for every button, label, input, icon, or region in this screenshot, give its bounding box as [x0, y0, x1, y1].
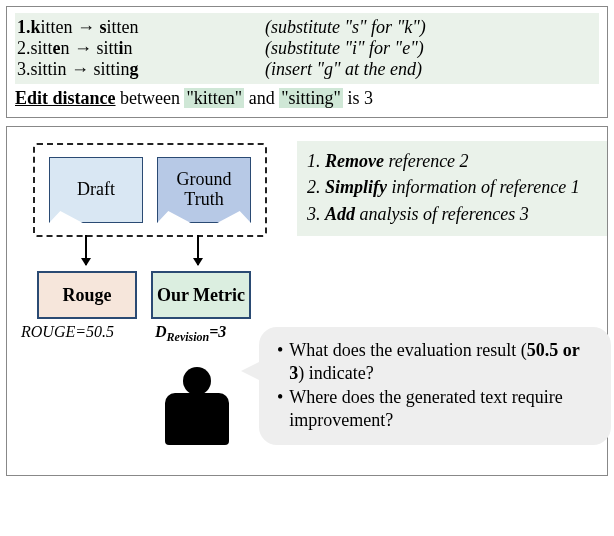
step-num: 3. [17, 59, 31, 79]
step-2: 2.sitten → sittin (substitute "i" for "e… [15, 38, 599, 59]
step-1: 1.kitten → sitten (substitute "s" for "k… [15, 17, 599, 38]
step-note: (substitute "s" for "k") [265, 17, 426, 38]
rouge-score: ROUGE=50.5 [21, 323, 114, 341]
d-revision-score: DRevision=3 [155, 323, 226, 345]
rouge-box: Rouge [37, 271, 137, 319]
our-metric-box: Our Metric [151, 271, 251, 319]
step-num: 2. [17, 38, 31, 58]
op-2: 2. Simplify information of reference 1 [307, 175, 597, 199]
revision-ops-panel: 1. Remove reference 2 2. Simplify inform… [297, 141, 607, 236]
word-sitting: "sitting" [279, 88, 343, 108]
step-note: (insert "g" at the end) [265, 59, 422, 80]
edit-distance-panel: 1.kitten → sitten (substitute "s" for "k… [6, 6, 608, 118]
op-1: 1. Remove reference 2 [307, 149, 597, 173]
ground-truth-doc: Ground Truth [157, 157, 251, 223]
person-icon [157, 367, 237, 457]
input-group: Draft Ground Truth [33, 143, 267, 237]
arrow-gt-to-ourmetric [197, 235, 199, 265]
metric-diagram-panel: Draft Ground Truth Rouge Our Metric ROUG… [6, 126, 608, 476]
question-2: • Where does the generated text require … [277, 386, 597, 433]
word-kitten: "kitten" [184, 88, 244, 108]
arrow-draft-to-rouge [85, 235, 87, 265]
question-1: • What does the evaluation result (50.5 … [277, 339, 597, 386]
draft-doc: Draft [49, 157, 143, 223]
step-note: (substitute "i" for "e") [265, 38, 424, 59]
op-3: 3. Add analysis of references 3 [307, 202, 597, 226]
step-3: 3.sittin → sitting (insert "g" at the en… [15, 59, 599, 80]
transform-steps: 1.kitten → sitten (substitute "s" for "k… [15, 13, 599, 84]
speech-bubble: • What does the evaluation result (50.5 … [259, 327, 611, 445]
edit-distance-summary: Edit distance between "kitten" and "sitt… [15, 88, 599, 109]
step-num: 1. [17, 17, 31, 37]
